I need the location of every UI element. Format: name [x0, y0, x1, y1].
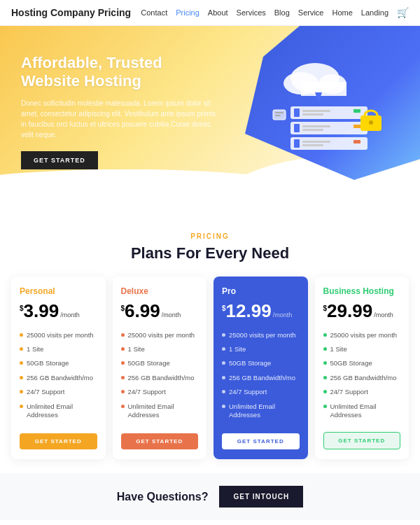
navbar: Hosting Company Pricing Contact Pricing …	[0, 0, 420, 26]
nav-blog[interactable]: Blog	[274, 8, 290, 17]
svg-marker-4	[315, 92, 322, 103]
svg-rect-14	[354, 125, 360, 128]
feature-dot	[323, 361, 327, 365]
feature-text: 24/7 Support	[229, 388, 267, 396]
svg-rect-25	[275, 115, 281, 116]
nav-home[interactable]: Home	[332, 8, 353, 17]
hero-cta-button[interactable]: GET STARTED	[21, 151, 98, 169]
nav-service[interactable]: Service	[298, 8, 324, 17]
plan-name: Pro	[222, 286, 300, 296]
plan-features: 25000 visits per month 1 Site 50GB Stora…	[121, 328, 199, 424]
feature-dot	[323, 347, 327, 351]
plan-features: 25000 visits per month 1 Site 50GB Stora…	[222, 328, 300, 424]
plan-feature-item: 256 GB Bandwidth/mo	[323, 371, 401, 385]
feature-text: Unlimited Email Addresses	[128, 402, 199, 420]
plan-features: 25000 visits per month 1 Site 50GB Stora…	[20, 328, 97, 424]
feature-text: 50GB Storage	[330, 359, 372, 368]
svg-rect-6	[294, 108, 300, 117]
feature-dot	[222, 333, 225, 337]
plan-price: $ 29.99 /month	[323, 302, 401, 320]
plan-name: Personal	[20, 286, 97, 296]
pricing-section: PRICING Plans For Every Need Personal $ …	[0, 211, 420, 473]
plan-price: $ 6.99 /month	[121, 302, 199, 320]
feature-text: 24/7 Support	[27, 388, 64, 396]
svg-rect-12	[302, 125, 330, 127]
plan-feature-item: 24/7 Support	[222, 385, 300, 399]
feature-dot	[20, 361, 23, 365]
feature-text: 1 Site	[330, 345, 347, 354]
svg-rect-16	[294, 139, 300, 148]
hero-description: Donec sollicitudin molestie malesuada. L…	[21, 98, 217, 140]
plan-feature-item: Unlimited Email Addresses	[20, 400, 97, 423]
nav-about[interactable]: About	[208, 8, 228, 17]
plan-period: /month	[273, 312, 293, 318]
feature-text: 50GB Storage	[27, 359, 69, 368]
feature-dot	[222, 347, 225, 351]
svg-rect-7	[302, 110, 330, 112]
plan-feature-item: 50GB Storage	[20, 356, 97, 370]
plan-feature-item: 1 Site	[222, 342, 300, 356]
plan-cta-button[interactable]: GET STARTED	[121, 433, 199, 449]
feature-text: 24/7 Support	[330, 388, 368, 396]
plan-card-personal: Personal $ 3.99 /month 25000 visits per …	[11, 276, 106, 459]
get-intouch-button[interactable]: GET INTOUCH	[219, 486, 303, 507]
feature-dot	[121, 333, 125, 337]
brand: Hosting Company Pricing	[11, 7, 131, 18]
plan-amount: 29.99	[327, 302, 372, 320]
plan-price: $ 12.99 /month	[222, 302, 300, 320]
svg-rect-11	[294, 124, 300, 132]
plan-feature-item: Unlimited Email Addresses	[323, 400, 401, 423]
feature-dot	[121, 347, 125, 351]
feature-text: 25000 visits per month	[128, 331, 195, 340]
nav-contact[interactable]: Contact	[141, 8, 167, 17]
plan-feature-item: Unlimited Email Addresses	[222, 400, 300, 423]
plan-cta-button[interactable]: GET STARTED	[222, 433, 300, 449]
plan-card-business-hosting: Business Hosting $ 29.99 /month 25000 vi…	[315, 276, 410, 459]
plan-feature-item: 256 GB Bandwidth/mo	[20, 371, 97, 385]
plan-feature-item: Unlimited Email Addresses	[121, 400, 199, 423]
feature-text: 25000 visits per month	[229, 331, 296, 340]
feature-dot	[20, 347, 23, 351]
feature-dot	[20, 390, 23, 393]
plan-amount: 6.99	[125, 302, 160, 320]
svg-rect-19	[354, 140, 360, 144]
nav-pricing[interactable]: Pricing	[176, 8, 200, 17]
feature-text: 256 GB Bandwidth/mo	[330, 374, 397, 382]
svg-rect-9	[354, 109, 360, 113]
svg-point-22	[369, 120, 373, 125]
nav-services[interactable]: Services	[237, 8, 266, 17]
feature-dot	[20, 405, 23, 408]
plan-feature-item: 256 GB Bandwidth/mo	[222, 371, 300, 385]
feature-text: 256 GB Bandwidth/mo	[27, 374, 93, 382]
svg-rect-8	[302, 113, 323, 115]
plan-feature-item: 24/7 Support	[20, 385, 97, 399]
svg-rect-3	[301, 82, 346, 96]
feature-dot	[20, 333, 23, 337]
feature-text: 25000 visits per month	[330, 331, 398, 340]
plan-feature-item: 1 Site	[121, 342, 199, 356]
feature-text: 24/7 Support	[128, 388, 166, 396]
plan-cta-button[interactable]: GET STARTED	[323, 432, 401, 449]
feature-text: 50GB Storage	[229, 359, 271, 368]
plan-feature-item: 256 GB Bandwidth/mo	[121, 371, 199, 385]
plan-cta-button[interactable]: GET STARTED	[20, 433, 97, 449]
nav-landing[interactable]: Landing	[361, 8, 388, 17]
plan-feature-item: 25000 visits per month	[121, 328, 199, 342]
feature-text: 1 Site	[128, 345, 145, 354]
plan-feature-item: 24/7 Support	[323, 385, 401, 399]
feature-text: 1 Site	[229, 345, 246, 354]
plan-amount: 12.99	[226, 302, 272, 320]
plan-feature-item: 25000 visits per month	[20, 328, 97, 342]
feature-dot	[323, 405, 327, 408]
footer-cta: Have Questions? GET INTOUCH	[0, 473, 420, 520]
feature-dot	[323, 376, 327, 379]
nav-links: Contact Pricing About Services Blog Serv…	[141, 7, 409, 18]
svg-rect-17	[302, 141, 330, 143]
feature-dot	[121, 405, 125, 408]
plan-card-pro: Pro $ 12.99 /month 25000 visits per mont…	[214, 276, 308, 459]
plan-feature-item: 24/7 Support	[121, 385, 199, 399]
cart-icon[interactable]: 🛒	[397, 7, 409, 18]
feature-text: 256 GB Bandwidth/mo	[229, 374, 295, 382]
feature-dot	[222, 376, 225, 379]
pricing-title: Plans For Every Need	[11, 244, 409, 262]
